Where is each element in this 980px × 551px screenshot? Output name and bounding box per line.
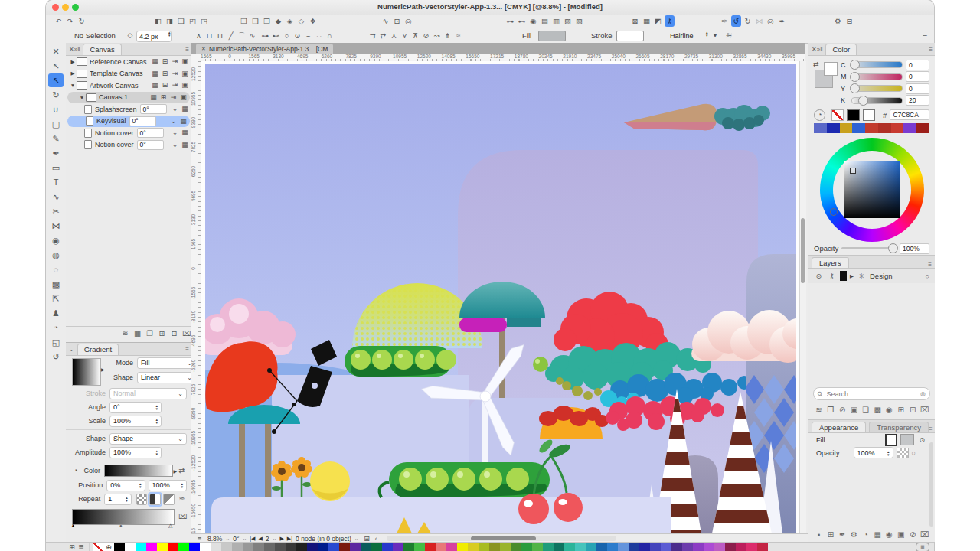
stroke-proxy-swatch[interactable]: [824, 62, 838, 76]
edit-inside-icon[interactable]: ⊶: [505, 15, 515, 27]
amplitude-input[interactable]: 100%▴▾: [109, 447, 162, 458]
channel-value[interactable]: 0: [906, 71, 929, 82]
search-input[interactable]: [825, 390, 918, 399]
gradient-preview-arrow-icon[interactable]: ▶: [101, 367, 105, 372]
grid-icon[interactable]: ▦: [180, 139, 190, 151]
repeat-mirror-icon[interactable]: [149, 494, 161, 505]
channel-knob[interactable]: [850, 72, 860, 82]
chevron-down-icon[interactable]: ⌄: [170, 103, 180, 115]
transform-tool-icon[interactable]: ↻: [48, 88, 64, 102]
color-swatch[interactable]: [382, 543, 393, 551]
view-rotation[interactable]: 0°: [233, 535, 239, 543]
layer-angle-input[interactable]: 0°: [137, 140, 164, 150]
export-icon[interactable]: ⇥: [170, 80, 180, 91]
channel-knob[interactable]: [850, 83, 860, 93]
wave-shape-dropdown[interactable]: Shape⌄: [109, 433, 187, 445]
options-sliders-icon[interactable]: ≋: [120, 328, 130, 340]
segment-scurve-icon[interactable]: ∿: [247, 30, 257, 41]
recent-color-swatch[interactable]: [865, 123, 878, 133]
wave-icon[interactable]: ≈: [453, 30, 463, 41]
node-tool-icon[interactable]: ↖: [48, 73, 64, 87]
new-canvas-icon[interactable]: ⊡: [169, 328, 179, 340]
gradient-stop-end[interactable]: △: [168, 523, 172, 529]
sync-icon[interactable]: ↻: [77, 15, 87, 27]
color-swatch[interactable]: [532, 543, 543, 551]
color-swatch[interactable]: [714, 543, 725, 551]
panel-pin-icon[interactable]: ‖: [77, 46, 80, 53]
color-swatch[interactable]: [189, 543, 200, 551]
segment-line-icon[interactable]: ╱: [226, 30, 236, 41]
squiggle-icon[interactable]: ↝: [432, 30, 442, 41]
white-swatch[interactable]: [863, 109, 875, 121]
node-link-a-icon[interactable]: ⊶: [260, 30, 270, 41]
layer-angle-input[interactable]: 0°: [129, 116, 156, 126]
grid-icon[interactable]: ▦: [150, 80, 160, 91]
vertical-scrollbar[interactable]: [799, 61, 806, 533]
add-artboard-icon[interactable]: ⊞: [160, 80, 170, 91]
page-number[interactable]: 2: [266, 535, 270, 543]
gear-icon[interactable]: ⚙: [849, 529, 859, 540]
layer-angle-input[interactable]: 0°: [137, 128, 164, 138]
repeat-tile-icon[interactable]: [136, 494, 148, 505]
channel-value[interactable]: 0: [906, 83, 929, 94]
shading-b-icon[interactable]: ▨: [574, 15, 584, 27]
node-circle-icon[interactable]: ○: [282, 30, 292, 41]
recent-color-swatch[interactable]: [827, 123, 840, 133]
color-swatch[interactable]: [479, 543, 489, 551]
style-copy-icon[interactable]: ❐: [825, 404, 835, 416]
arc-up-icon[interactable]: ⌢: [303, 30, 313, 41]
blob-tool-icon[interactable]: ◍: [48, 248, 64, 262]
color-swatch[interactable]: [457, 543, 468, 551]
presentation-icon[interactable]: ▣: [180, 56, 190, 67]
color-swatch[interactable]: [328, 543, 339, 551]
layer-row[interactable]: Notion cover0°⌄▦: [66, 127, 191, 139]
tab-gradient[interactable]: Gradient: [77, 344, 119, 355]
width-tool-icon[interactable]: ⋈: [48, 219, 64, 233]
fill-visibility-icon[interactable]: ⊙: [917, 434, 927, 445]
channel-knob[interactable]: [850, 60, 860, 70]
color-swatch[interactable]: [500, 543, 511, 551]
channel-value[interactable]: 0: [906, 60, 929, 70]
channel-slider[interactable]: [851, 73, 903, 80]
target-icon[interactable]: ◎: [766, 15, 776, 27]
tab-close-icon[interactable]: ✕: [201, 46, 206, 52]
knife-tool-icon[interactable]: ✂: [48, 204, 64, 218]
repeat-input[interactable]: 1▴▾: [104, 494, 132, 505]
spiral-tool-icon[interactable]: ◉: [48, 233, 64, 247]
grid-icon[interactable]: ▦: [150, 68, 160, 80]
document-tab[interactable]: ✕ NumericPath-VectorStyler-App-1.3... [C…: [196, 44, 333, 54]
edit-outside-icon[interactable]: ⊷: [517, 15, 527, 27]
appearance-fill-row[interactable]: Fill ⊙: [808, 433, 935, 446]
color-swatch[interactable]: [296, 543, 307, 551]
color-wheel[interactable]: [820, 138, 924, 242]
saturation-square[interactable]: [844, 161, 900, 218]
layer-angle-input[interactable]: 0°: [140, 104, 167, 114]
last-page-icon[interactable]: ▶|: [287, 536, 292, 542]
scale-input[interactable]: 100%▴▾: [109, 416, 162, 427]
color-swatch[interactable]: [693, 543, 704, 551]
style-paint-icon[interactable]: ✒: [777, 15, 787, 27]
layers-menu-icon[interactable]: ≡: [928, 261, 932, 268]
export-icon[interactable]: ⇥: [170, 68, 180, 80]
channel-value[interactable]: 20: [906, 95, 929, 106]
new-artboard-icon[interactable]: ⊞: [157, 328, 167, 340]
color-swatch[interactable]: [639, 543, 650, 551]
collapse-icon[interactable]: ✕: [48, 44, 64, 58]
style-pattern-icon[interactable]: ▩: [873, 404, 883, 416]
panel-pin-icon[interactable]: ‖: [820, 46, 822, 53]
redo-icon[interactable]: ↷: [65, 15, 75, 27]
peak-icon[interactable]: ⋏: [389, 30, 399, 41]
first-page-icon[interactable]: |◀: [250, 536, 255, 542]
recent-color-swatch[interactable]: [903, 123, 916, 133]
color-swatch[interactable]: [211, 543, 221, 551]
valley-icon[interactable]: ⋎: [400, 30, 410, 41]
fill-type-icon[interactable]: [885, 434, 897, 446]
pen-tool-icon[interactable]: ✒: [48, 146, 64, 160]
marquee-tool-icon[interactable]: ▢: [48, 117, 64, 131]
shape-intersect-icon[interactable]: ❒: [262, 15, 272, 27]
color-swatch[interactable]: [361, 543, 371, 551]
style-new-icon[interactable]: ⊞: [896, 404, 906, 416]
appearance-menu-icon[interactable]: ≡: [929, 425, 933, 432]
appearance-target-icon[interactable]: ○: [912, 449, 916, 457]
swatch-grip-icon[interactable]: ⊞: [67, 542, 77, 551]
